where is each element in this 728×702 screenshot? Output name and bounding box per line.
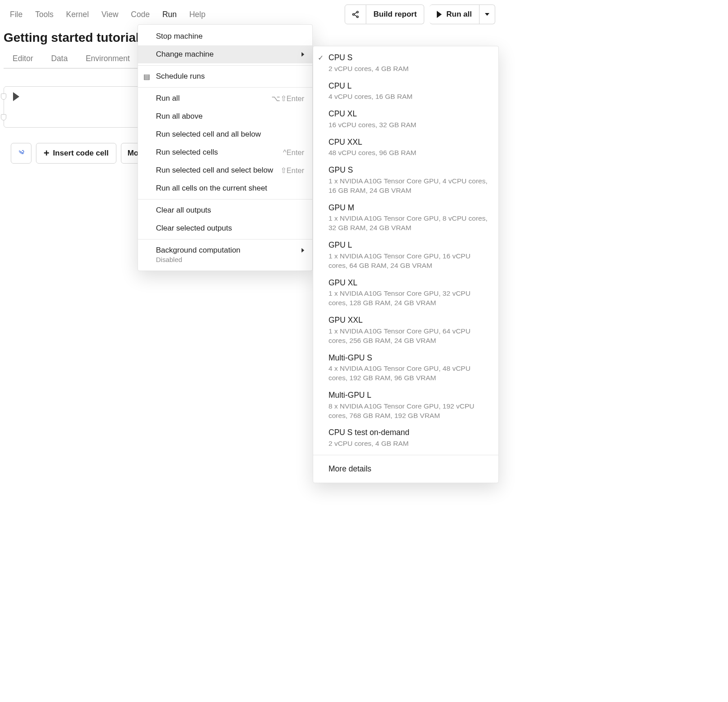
menu-run-selected-and-below[interactable]: Run selected cell and all below bbox=[138, 125, 312, 143]
svg-line-3 bbox=[354, 13, 357, 14]
plus-icon: + bbox=[44, 147, 49, 159]
machine-spec: 2 vCPU cores, 4 GB RAM bbox=[328, 64, 490, 74]
menu-file[interactable]: File bbox=[4, 6, 29, 23]
svg-point-0 bbox=[357, 11, 359, 13]
menu-run-selected-select-below[interactable]: Run selected cell and select below ⇧Ente… bbox=[138, 161, 312, 164]
tab-data[interactable]: Data bbox=[42, 49, 77, 69]
play-icon bbox=[437, 11, 442, 18]
tab-editor[interactable]: Editor bbox=[4, 49, 42, 69]
machine-menu: ✓CPU S2 vCPU cores, 4 GB RAMCPU L4 vCPU … bbox=[313, 46, 499, 164]
menu-separator bbox=[138, 87, 312, 88]
menu-change-machine[interactable]: Change machine bbox=[138, 45, 312, 63]
menu-tools[interactable]: Tools bbox=[29, 6, 60, 23]
menu-label: Stop machine bbox=[156, 32, 203, 41]
toolbar: Build report Run all bbox=[345, 4, 495, 24]
menu-label: Run selected cells bbox=[156, 148, 218, 157]
menubar: File Tools Kernel View Code Run Help bbox=[4, 6, 212, 23]
chevron-right-icon bbox=[302, 52, 304, 57]
machine-name: CPU L bbox=[328, 81, 490, 92]
menu-stop-machine[interactable]: Stop machine bbox=[138, 27, 312, 45]
svg-point-1 bbox=[353, 13, 355, 15]
menu-label: Change machine bbox=[156, 50, 214, 59]
build-report-button[interactable]: Build report bbox=[366, 4, 424, 24]
menu-label: Run all bbox=[156, 94, 180, 103]
menu-code[interactable]: Code bbox=[124, 6, 156, 23]
menu-run-selected-cells[interactable]: Run selected cells ^Enter bbox=[138, 143, 312, 161]
menu-help[interactable]: Help bbox=[183, 6, 212, 23]
machine-name: CPU S bbox=[328, 53, 490, 63]
menu-run-all-above[interactable]: Run all above bbox=[138, 107, 312, 125]
run-all-more-button[interactable] bbox=[479, 4, 495, 24]
menu-kernel[interactable]: Kernel bbox=[60, 6, 95, 23]
shortcut: ⌥⇧Enter bbox=[271, 94, 304, 103]
menu-schedule-runs[interactable]: ▤ Schedule runs bbox=[138, 67, 312, 85]
menu-label: Run all above bbox=[156, 112, 203, 121]
check-icon: ✓ bbox=[318, 53, 324, 62]
machine-option[interactable]: CPU L4 vCPU cores, 16 GB RAM bbox=[313, 77, 498, 106]
menu-label: Run selected cell and all below bbox=[156, 130, 261, 139]
calendar-icon: ▤ bbox=[143, 72, 150, 81]
shortcut: ^Enter bbox=[283, 148, 304, 157]
insert-code-cell-label: Insert code cell bbox=[53, 149, 109, 158]
tab-environment[interactable]: Environment bbox=[77, 49, 139, 69]
machine-spec: 48 vCPU cores, 96 GB RAM bbox=[328, 148, 490, 158]
machine-spec: 16 vCPU cores, 32 GB RAM bbox=[328, 120, 490, 130]
topbar: File Tools Kernel View Code Run Help Bui… bbox=[0, 0, 499, 24]
chevron-down-icon bbox=[485, 13, 489, 16]
machine-spec: 4 vCPU cores, 16 GB RAM bbox=[328, 92, 490, 102]
menu-label: Schedule runs bbox=[156, 72, 205, 81]
machine-name: CPU XXL bbox=[328, 137, 490, 148]
cell-run-icon[interactable] bbox=[13, 92, 19, 101]
cell-gutter-handle[interactable] bbox=[1, 114, 6, 120]
run-all-button[interactable]: Run all bbox=[430, 4, 479, 24]
cell-gutter-handle[interactable] bbox=[1, 93, 6, 100]
share-icon bbox=[351, 10, 360, 18]
svg-line-4 bbox=[354, 15, 357, 16]
ai-assist-button[interactable]: ༄ bbox=[11, 143, 31, 164]
run-menu: Stop machine Change machine ▤ Schedule r… bbox=[138, 24, 313, 164]
machine-option[interactable]: ✓CPU S2 vCPU cores, 4 GB RAM bbox=[313, 49, 498, 77]
menu-separator bbox=[138, 65, 312, 66]
menu-view[interactable]: View bbox=[95, 6, 125, 23]
machine-option[interactable]: CPU XXL48 vCPU cores, 96 GB RAM bbox=[313, 133, 498, 162]
menu-run-all[interactable]: Run all ⌥⇧Enter bbox=[138, 89, 312, 107]
insert-code-cell-button[interactable]: + Insert code cell bbox=[36, 143, 116, 164]
spiral-icon: ༄ bbox=[19, 147, 24, 159]
svg-point-2 bbox=[357, 16, 359, 18]
machine-name: CPU XL bbox=[328, 109, 490, 120]
machine-option[interactable]: CPU XL16 vCPU cores, 32 GB RAM bbox=[313, 105, 498, 133]
machine-option[interactable]: GPU S1 x NVIDIA A10G Tensor Core GPU, 4 … bbox=[313, 161, 498, 164]
menu-run[interactable]: Run bbox=[156, 6, 183, 23]
share-button[interactable] bbox=[345, 4, 366, 24]
run-all-label: Run all bbox=[446, 10, 472, 19]
